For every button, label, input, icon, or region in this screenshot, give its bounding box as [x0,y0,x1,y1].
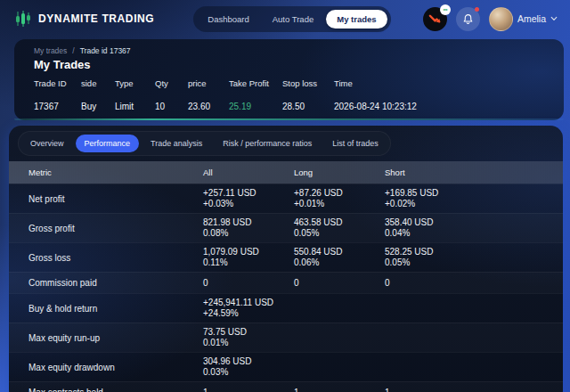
metrics-col-short: Short [385,167,563,177]
table-row-gross-profit: Gross profit821.98 USD0.08%463.58 USD0.0… [9,213,563,242]
value-line: 0.05% [385,257,563,268]
metric-label: Buy & hold return [28,304,203,314]
chevron-down-icon [550,15,558,22]
trade-table-row: 17367BuyLimit1023.6025.1928.502026-08-24… [34,102,564,111]
value-line: 0.04% [385,228,563,239]
metric-label: Max equity run-up [28,333,203,343]
brand-logo: DYNAMITE TRADING [14,10,154,28]
tab-bar: OverviewPerformanceTrade analysisRisk / … [18,131,391,156]
metric-label: Max equity drawdown [28,363,203,372]
trade-value-price: 23.60 [188,102,229,111]
trade-col-time: Time [334,78,564,94]
page-title: My Trades [34,58,564,71]
table-row-commission-paid: Commission paid000 [9,272,563,293]
trade-value-type: Limit [115,102,155,111]
trade-value-take-profit: 25.19 [229,102,282,111]
trade-value-time: 2026-08-24 10:23:12 [334,102,564,111]
user-name: Amelia [517,13,546,24]
breadcrumb-my-trades[interactable]: My trades [34,46,67,55]
value-line: 550.84 USD [294,247,385,257]
nav-item-my-trades[interactable]: My trades [326,10,387,29]
breadcrumb-trade-id: Trade id 17367 [80,46,131,55]
cell-short: 0 [385,278,563,289]
trade-col-trade-id: Trade ID [34,78,81,94]
breadcrumb: My trades / Trade id 17367 [34,46,564,55]
performance-card: OverviewPerformanceTrade analysisRisk / … [9,126,563,392]
tab-risk-performance-ratios[interactable]: Risk / performance ratios [214,135,321,152]
value-line: 463.58 USD [294,217,385,228]
table-row-max-contracts-held: Max contracts held111 [9,381,563,392]
avatar [489,7,513,31]
trade-col-side: side [81,78,115,94]
table-row-net-profit: Net profit+257.11 USD+0.03%+87.26 USD+0.… [9,184,563,213]
value-line: 304.96 USD [203,356,294,367]
cell-all: 0 [203,278,294,289]
trade-value-qty: 10 [155,102,188,111]
value-line: +169.85 USD [385,188,563,199]
metric-label: Gross loss [28,253,203,263]
metrics-col-long: Long [294,167,385,177]
trade-summary-card: My trades / Trade id 17367 My Trades Tra… [14,39,564,120]
tab-trade-analysis[interactable]: Trade analysis [142,135,211,152]
value-line: 1 [203,388,294,392]
value-line: 1,079.09 USD [203,247,294,257]
trade-value-side: Buy [81,102,115,111]
metric-label: Gross profit [28,224,203,233]
metric-label: Commission paid [28,278,203,288]
value-line: 0.11% [203,257,294,268]
trade-col-price: price [188,78,229,94]
metrics-col-metric: Metric [28,167,203,177]
table-row-gross-loss: Gross loss1,079.09 USD0.11%550.84 USD0.0… [9,242,563,272]
cell-long: 550.84 USD0.06% [294,247,385,268]
promo-badge: ∞ [440,4,451,15]
value-line: 528.25 USD [385,247,563,257]
breadcrumb-separator: / [72,46,74,55]
value-line: +87.26 USD [294,188,385,199]
notifications-button[interactable] [456,7,480,31]
value-line: 1 [294,388,385,392]
tab-performance[interactable]: Performance [76,135,140,152]
top-bar: DYNAMITE TRADING DashboardAuto TradeMy t… [0,0,570,37]
header-actions: ∞ Amelia [423,7,558,31]
notification-dot [475,7,479,12]
value-line: 73.75 USD [203,327,294,338]
metric-label: Net profit [28,194,203,204]
value-line: +0.03% [203,199,294,209]
table-row-max-equity-run-up: Max equity run-up73.75 USD0.01% [9,323,563,352]
value-line: 0.03% [203,367,294,378]
market-trend-button[interactable]: ∞ [423,7,447,31]
cell-short: 528.25 USD0.05% [385,247,563,268]
tab-list-of-trades[interactable]: List of trades [323,135,387,152]
cell-all: +257.11 USD+0.03% [203,188,294,209]
nav-item-dashboard[interactable]: Dashboard [197,10,259,29]
tab-overview[interactable]: Overview [21,135,73,152]
value-line: +24.59% [203,308,294,319]
cell-all: +245,941.11 USD+24.59% [203,298,294,319]
user-menu[interactable]: Amelia [489,7,558,31]
metrics-table-body: Net profit+257.11 USD+0.03%+87.26 USD+0.… [9,184,563,392]
cell-all: 73.75 USD0.01% [203,327,294,348]
value-line: 0 [385,278,563,289]
value-line: +0.02% [385,199,563,209]
cell-long: 463.58 USD0.05% [294,217,385,239]
value-line: 1 [385,388,563,392]
tabs-row: OverviewPerformanceTrade analysisRisk / … [9,126,563,161]
metrics-table-header: MetricAllLongShort [9,161,563,184]
trade-value-stop-loss: 28.50 [282,102,334,111]
value-line: 358.40 USD [385,217,563,228]
cell-all: 821.98 USD0.08% [203,217,294,239]
trade-value-trade-id: 17367 [34,102,81,111]
cell-long: 0 [294,278,385,289]
metrics-col-all: All [203,167,294,177]
cell-short: +169.85 USD+0.02% [385,188,563,209]
value-line: 0.01% [203,338,294,348]
brand-name: DYNAMITE TRADING [38,12,154,25]
nav-item-auto-trade[interactable]: Auto Trade [262,10,324,29]
value-line: +257.11 USD [203,188,294,199]
value-line: 0 [203,278,294,289]
cell-all: 1 [203,388,294,392]
trade-col-qty: Qty [155,78,188,94]
main-nav: DashboardAuto TradeMy trades [193,6,390,32]
table-row-max-equity-drawdown: Max equity drawdown304.96 USD0.03% [9,352,563,381]
value-line: 0.05% [294,228,385,239]
